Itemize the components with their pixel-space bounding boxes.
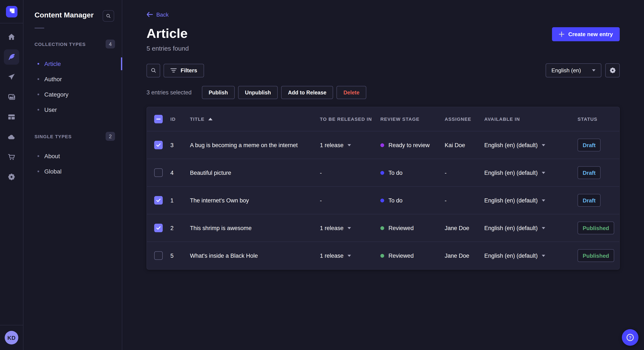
stage-dot-icon — [380, 143, 384, 147]
help-button[interactable]: ? — [622, 329, 638, 346]
column-header-status[interactable]: STATUS — [574, 117, 620, 122]
row-checkbox[interactable] — [154, 224, 163, 232]
row-checkbox[interactable] — [154, 141, 163, 149]
cell-id: 5 — [167, 252, 186, 259]
collection-types-section: COLLECTION TYPES 4 Article Author Catego… — [24, 36, 122, 117]
cell-title: The internet's Own boy — [186, 197, 316, 203]
strapi-logo-button[interactable] — [0, 0, 23, 23]
view-settings-button[interactable] — [605, 63, 620, 77]
send-plane-icon[interactable] — [4, 69, 19, 85]
cell-title: What's inside a Black Hole — [186, 252, 316, 259]
gear-icon — [609, 67, 616, 74]
release-menu[interactable]: 1 release — [320, 142, 351, 148]
bullet-icon — [38, 63, 39, 65]
bullet-icon — [38, 171, 39, 172]
sidebar-item-category[interactable]: Category — [24, 87, 122, 102]
sidebar-item-user[interactable]: User — [24, 102, 122, 117]
locale-select[interactable]: English (en) — [546, 63, 602, 77]
settings-gear-icon[interactable] — [4, 169, 19, 184]
back-link[interactable]: Back — [146, 11, 169, 18]
table-row[interactable]: 1 The internet's Own boy - To do - Engli… — [147, 186, 619, 214]
locale-menu[interactable]: English (en) (default) — [484, 142, 546, 148]
column-header-available-in[interactable]: AVAILABLE IN — [481, 117, 574, 122]
column-header-id[interactable]: ID — [167, 117, 186, 122]
locale-menu[interactable]: English (en) (default) — [484, 197, 546, 203]
locale-menu[interactable]: English (en) (default) — [484, 225, 546, 231]
sidebar-item-article[interactable]: Article — [24, 56, 122, 71]
cell-assignee: Jane Doe — [441, 225, 481, 231]
user-avatar[interactable]: KD — [5, 331, 18, 345]
content-manager-app: KD Content Manager COLLECTION TYPES 4 Ar… — [0, 0, 644, 350]
cell-release: - — [316, 197, 377, 203]
select-all-checkbox[interactable] — [154, 115, 163, 123]
release-menu[interactable]: 1 release — [320, 252, 351, 259]
filter-icon — [170, 68, 177, 73]
create-new-entry-button[interactable]: Create new entry — [552, 27, 620, 41]
stage-dot-icon — [380, 171, 384, 175]
locale-menu[interactable]: English (en) (default) — [484, 170, 546, 176]
publish-button[interactable]: Publish — [202, 86, 235, 99]
cell-id: 1 — [167, 197, 186, 203]
row-checkbox[interactable] — [154, 196, 163, 204]
single-types-label: SINGLE TYPES — [34, 134, 72, 139]
filters-button[interactable]: Filters — [164, 64, 204, 77]
home-icon[interactable] — [4, 29, 19, 45]
status-badge: Published — [578, 222, 614, 234]
chevron-down-icon — [347, 255, 351, 257]
entries-table: ID TITLE TO BE RELEASED IN REVIEW STAGE … — [146, 107, 620, 270]
chevron-down-icon — [542, 144, 546, 146]
stage-dot-icon — [380, 226, 384, 230]
chevron-down-icon — [347, 227, 351, 229]
cell-title: This shrimp is awesome — [186, 225, 316, 231]
unpublish-button[interactable]: Unpublish — [238, 86, 278, 99]
cloud-icon[interactable] — [4, 129, 19, 145]
table-row[interactable]: 2 This shrimp is awesome 1 release Revie… — [147, 214, 619, 242]
chevron-down-icon — [542, 199, 546, 201]
table-row[interactable]: 5 What's inside a Black Hole 1 release R… — [147, 242, 619, 269]
status-badge: Published — [578, 249, 614, 262]
sidebar-item-author[interactable]: Author — [24, 71, 122, 87]
stage-dot-icon — [380, 198, 384, 202]
single-types-section: SINGLE TYPES 2 About Global — [24, 128, 122, 179]
question-mark-icon: ? — [626, 334, 634, 341]
content-manager-feather-icon[interactable] — [4, 49, 19, 65]
strapi-mark-icon — [9, 8, 14, 14]
bullet-icon — [38, 78, 39, 80]
delete-button[interactable]: Delete — [337, 86, 366, 99]
column-header-assignee[interactable]: ASSIGNEE — [441, 117, 481, 122]
locale-menu[interactable]: English (en) (default) — [484, 252, 546, 259]
cell-id: 4 — [167, 170, 186, 176]
column-header-title[interactable]: TITLE — [186, 117, 316, 122]
table-row[interactable]: 4 Beautiful picture - To do - English (e… — [147, 159, 619, 186]
status-badge: Draft — [578, 166, 601, 179]
cell-review-stage: To do — [380, 197, 402, 203]
search-button[interactable] — [146, 64, 160, 77]
media-library-images-icon[interactable] — [4, 89, 19, 105]
add-to-release-button[interactable]: Add to Release — [281, 86, 333, 99]
cell-release: - — [316, 170, 377, 176]
chevron-down-icon — [347, 144, 351, 146]
search-icon — [150, 67, 156, 74]
row-checkbox[interactable] — [154, 169, 163, 177]
cell-title: Beautiful picture — [186, 170, 316, 176]
release-menu[interactable]: 1 release — [320, 225, 351, 231]
search-icon — [106, 13, 111, 19]
column-header-review-stage[interactable]: REVIEW STAGE — [377, 117, 441, 122]
bullet-icon — [38, 94, 39, 95]
back-arrow-icon — [146, 12, 153, 17]
subnav-search-button[interactable] — [103, 10, 114, 22]
cell-review-stage: Ready to review — [380, 142, 430, 148]
cell-id: 2 — [167, 225, 186, 231]
table-row[interactable]: 3 A bug is becoming a meme on the intern… — [147, 131, 619, 159]
row-checkbox[interactable] — [154, 251, 163, 260]
rail-footer: KD — [0, 325, 23, 350]
content-type-builder-layout-icon[interactable] — [4, 109, 19, 125]
chevron-down-icon — [592, 69, 596, 71]
sidebar-item-global[interactable]: Global — [24, 164, 122, 179]
sidebar-item-about[interactable]: About — [24, 149, 122, 164]
column-header-to-be-released-in[interactable]: TO BE RELEASED IN — [316, 117, 377, 122]
cell-assignee: - — [441, 197, 481, 203]
subnav-divider — [34, 28, 44, 28]
stage-dot-icon — [380, 254, 384, 257]
marketplace-cart-icon[interactable] — [4, 149, 19, 165]
